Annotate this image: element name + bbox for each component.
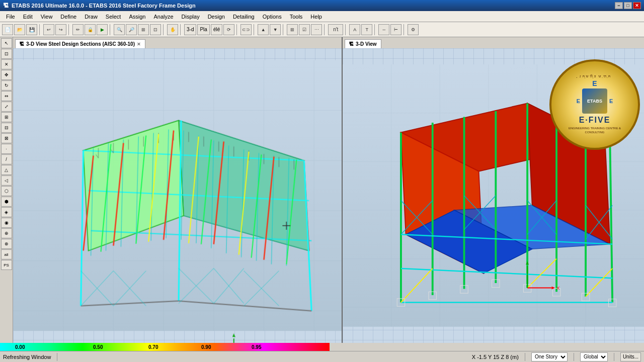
dim-button[interactable]: ↔	[378, 24, 389, 35]
link-tool[interactable]: ⬡	[1, 186, 12, 196]
run-button[interactable]: ▶	[97, 24, 108, 35]
replicate-tool[interactable]: ⊞	[1, 112, 12, 122]
menu-assign[interactable]: Assign	[125, 13, 149, 21]
left-tab-bar: 🏗 3-D View Steel Design Sections (AISC 3…	[13, 37, 342, 48]
maximize-button[interactable]: □	[624, 2, 632, 9]
logo-name: E·FIVE	[579, 116, 611, 125]
cb-val-1: 0.50	[93, 344, 103, 350]
rubber-band[interactable]: ⊡	[1, 49, 12, 59]
ps-tool[interactable]: PS	[1, 260, 12, 270]
release-tool[interactable]: ⊗	[1, 239, 12, 249]
menu-analyze[interactable]: Analyze	[149, 13, 177, 21]
refresh-button[interactable]: ⟳	[223, 24, 234, 35]
menu-detailing[interactable]: Detailing	[229, 13, 259, 21]
menu-edit[interactable]: Edit	[19, 13, 37, 21]
text-size-button[interactable]: A	[349, 24, 360, 35]
rotate-tool[interactable]: ↻	[1, 80, 12, 90]
main-area: ↖ ⊡ ✕ ✥ ↻ ⇔ ⤢ ⊞ ⊟ ⊠ · / △ ◁ ⬡ ⬢ ◈ ◉ ⊕ ⊗ …	[0, 37, 644, 343]
menu-design[interactable]: Design	[204, 13, 229, 21]
constraint-tool[interactable]: ⊕	[1, 228, 12, 238]
panels: 🏗 3-D View Steel Design Sections (AISC 3…	[13, 37, 644, 343]
menu-view[interactable]: View	[37, 13, 57, 21]
logo: ក្រុមហ៊ុន ម.ហ.ក E E ETABS E	[549, 59, 640, 150]
menu-help[interactable]: Help	[306, 13, 326, 21]
content-area: 🏗 3-D View Steel Design Sections (AISC 3…	[13, 37, 644, 343]
zoom-out-button[interactable]: 🔎	[126, 24, 137, 35]
merge-tool[interactable]: ⊟	[1, 123, 12, 133]
solid-tool[interactable]: ◁	[1, 175, 12, 186]
open-button[interactable]: 📂	[14, 24, 25, 35]
spring-tool[interactable]: ⬢	[1, 197, 12, 207]
logo-e1: E	[592, 79, 597, 87]
select-tool[interactable]: ↖	[1, 38, 12, 48]
extrude-down-button[interactable]: ▼	[270, 24, 281, 35]
3d-view-button[interactable]: 3-d	[184, 24, 196, 35]
display-options-button[interactable]: ⊞	[287, 24, 298, 35]
diaphragm-tool[interactable]: ◉	[1, 218, 12, 228]
dim2-button[interactable]: ⊢	[390, 24, 401, 35]
font-button[interactable]: T	[361, 24, 372, 35]
move-tool[interactable]: ✥	[1, 70, 12, 80]
right-panel: 🏗 3-D View	[343, 37, 644, 343]
more-button[interactable]: ⋯	[311, 24, 322, 35]
intersect-tool[interactable]: ✕	[1, 59, 12, 69]
left-tab-close[interactable]: ✕	[137, 42, 141, 47]
status-message: Refreshing Window	[3, 354, 51, 360]
check-button[interactable]: ☑	[299, 24, 310, 35]
pan-button[interactable]: ✋	[167, 24, 178, 35]
plan-view-button[interactable]: Pla	[197, 24, 209, 35]
undo-button[interactable]: ↩	[43, 24, 54, 35]
load-tool[interactable]: ◈	[1, 207, 12, 217]
point-tool[interactable]: ·	[1, 144, 12, 154]
new-button[interactable]: 📄	[2, 24, 13, 35]
global-select[interactable]: Global Local	[580, 352, 608, 361]
right-view[interactable]: X ក្រុមហ៊ុន ម.ហ.ក E E	[343, 48, 644, 343]
extrude-up-button[interactable]: ▲	[258, 24, 269, 35]
menu-draw[interactable]: Draw	[80, 13, 102, 21]
line-tool[interactable]: /	[1, 154, 12, 164]
scale-tool[interactable]: ⤢	[1, 102, 12, 112]
menu-bar: File Edit View Define Draw Select Assign…	[0, 11, 644, 22]
main-toolbar: 📄 📂 💾 ↩ ↪ ✏ 🔒 ▶ 🔍 🔎 ⊞ ⊡ ✋ 3-d Pla élé ⟳ …	[0, 22, 644, 37]
story-select[interactable]: One Story All Stories Story 1	[531, 352, 568, 361]
area-tool[interactable]: △	[1, 165, 12, 175]
minimize-button[interactable]: −	[615, 2, 623, 9]
color-bar-container: 0.00 0.50 0.70 0.90 0.95	[0, 343, 644, 351]
cb-val-4: 0.95	[252, 344, 261, 350]
zoom-window-button[interactable]: ⊞	[138, 24, 149, 35]
left-panel: 🏗 3-D View Steel Design Sections (AISC 3…	[13, 37, 343, 343]
close-button[interactable]: ✕	[633, 2, 641, 9]
right-tab-active[interactable]: 🏗 3-D View	[345, 39, 381, 48]
status-bar: Refreshing Window X -1.5 Y 15 Z 8 (m) On…	[0, 351, 644, 362]
menu-display[interactable]: Display	[178, 13, 204, 21]
extra1[interactable]: ⚙	[408, 24, 419, 35]
menu-options[interactable]: Options	[259, 13, 286, 21]
menu-define[interactable]: Define	[56, 13, 80, 21]
units-button[interactable]: Units...	[620, 352, 641, 361]
redo-button[interactable]: ↪	[55, 24, 66, 35]
lock-button[interactable]: 🔒	[85, 24, 96, 35]
window-controls: − □ ✕	[615, 2, 641, 9]
explode-tool[interactable]: ⊠	[1, 133, 12, 143]
title-text: ETABS 2016 Ultimate 16.0.0 - ETABS 2016 …	[12, 3, 196, 9]
left-tab-active[interactable]: 🏗 3-D View Steel Design Sections (AISC 3…	[15, 39, 145, 48]
svg-text:X: X	[556, 285, 560, 291]
section-cut-button[interactable]: ⊂⊃	[240, 24, 252, 35]
menu-file[interactable]: File	[2, 13, 19, 21]
text-tool[interactable]: all	[1, 249, 12, 259]
elev-view-button[interactable]: élé	[211, 24, 222, 35]
edit-button[interactable]: ✏	[72, 24, 84, 35]
coord-tool[interactable]: n't	[328, 24, 343, 35]
coordinates-display: X -1.5 Y 15 Z 8 (m)	[472, 354, 519, 360]
menu-select[interactable]: Select	[102, 13, 125, 21]
left-view[interactable]	[13, 48, 342, 343]
save-button[interactable]: 💾	[26, 24, 37, 35]
app-icon: 🏗	[3, 3, 9, 9]
svg-marker-83	[232, 333, 235, 337]
zoom-fit-button[interactable]: ⊡	[150, 24, 161, 35]
3d-icon-left: 🏗	[20, 42, 24, 47]
zoom-in-button[interactable]: 🔍	[114, 24, 125, 35]
mirror-tool[interactable]: ⇔	[1, 91, 12, 101]
menu-tools[interactable]: Tools	[286, 13, 307, 21]
cb-val-0: 0.00	[15, 344, 25, 350]
